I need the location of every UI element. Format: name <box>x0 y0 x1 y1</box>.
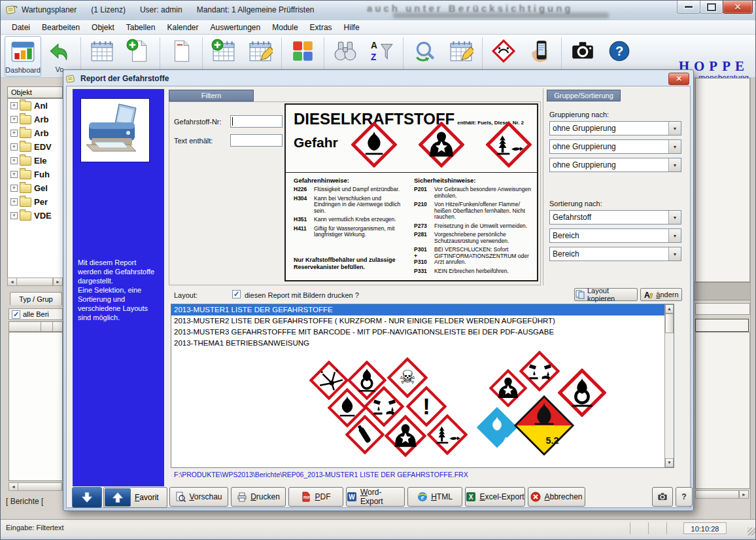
scroll-left-icon[interactable]: ◄ <box>9 483 18 490</box>
menu-item-extras[interactable]: Extras <box>304 21 338 34</box>
tree-item[interactable]: +VDE <box>8 209 63 223</box>
layout-list-item[interactable]: 2013-MUSTER2 LISTE DER GEFAHRSTOFFE ( KU… <box>171 315 674 327</box>
chevron-down-icon[interactable]: ▼ <box>668 247 681 261</box>
layout-change-button[interactable]: A ändern <box>640 288 682 301</box>
safety-statements: Sicherheitshinweise: P201Vor Gebrauch be… <box>414 177 533 277</box>
report-table-body[interactable] <box>9 332 63 481</box>
menu-item-bearbeiten[interactable]: Bearbeiten <box>36 21 86 34</box>
expand-icon[interactable]: + <box>10 157 18 164</box>
tree-item[interactable]: +Per <box>8 195 63 209</box>
scroll-right-icon[interactable]: ► <box>53 278 62 285</box>
chevron-down-icon[interactable]: ▼ <box>668 140 681 153</box>
background-vertical-scrollbar[interactable] <box>750 78 756 519</box>
all-reports-checkbox-row[interactable]: ✓ alle Beri <box>9 308 63 320</box>
expand-icon[interactable]: + <box>10 185 18 192</box>
gefahrstoff-nr-input[interactable] <box>230 115 283 128</box>
background-horizontal-scrollbar[interactable]: ► <box>695 490 749 499</box>
expand-icon[interactable]: + <box>10 212 18 219</box>
dropdown-select[interactable]: ohne Gruppierung▼ <box>549 158 681 172</box>
snapshot-button[interactable] <box>652 487 673 507</box>
folder-icon <box>20 198 31 207</box>
minimize-button[interactable] <box>677 1 700 14</box>
dropdown-select[interactable]: ohne Gruppierung▼ <box>549 121 681 135</box>
background-field <box>695 303 750 315</box>
tree-item[interactable]: +Gel <box>8 181 63 195</box>
dropdown-select[interactable]: Bereich▼ <box>549 228 681 243</box>
expand-icon[interactable]: + <box>10 130 18 137</box>
chevron-down-icon[interactable]: ▼ <box>668 122 681 135</box>
scroll-thumb[interactable] <box>665 314 674 333</box>
window-titlebar[interactable]: Wartungsplaner(1 Lizenz)User: adminManda… <box>1 1 756 21</box>
favorite-button[interactable]: Favorit <box>103 487 167 508</box>
layout-list-item[interactable]: 2013-MUSTER3 GEFAHRSTOFFFE MIT BARCODE -… <box>171 327 674 338</box>
tree-item[interactable]: +Ele <box>8 154 63 168</box>
chevron-down-icon[interactable]: ▼ <box>668 211 681 224</box>
report-horizontal-scrollbar[interactable]: ◄ <box>9 482 63 491</box>
tree-item[interactable]: +Anl <box>8 99 63 113</box>
dropdown-value: Bereich <box>550 247 668 261</box>
dropdown-select[interactable]: Gefahrstoff▼ <box>549 210 681 225</box>
tab-gruppe-sortierung[interactable]: Gruppe/Sortierung <box>547 90 621 101</box>
chevron-down-icon[interactable]: ▼ <box>668 229 681 242</box>
word-export-button[interactable]: W Word-Export <box>346 487 405 507</box>
move-down-button[interactable] <box>72 487 102 508</box>
preview-button[interactable]: Vorschau <box>169 487 228 507</box>
menu-item-kalender[interactable]: Kalender <box>161 21 204 34</box>
scroll-up-icon[interactable]: ▲ <box>665 304 674 314</box>
expand-icon[interactable]: + <box>10 171 18 178</box>
object-tree-header[interactable]: Objekt <box>7 86 63 98</box>
report-table-header[interactable] <box>9 321 63 332</box>
cancel-button[interactable]: Abbrechen <box>528 487 585 507</box>
internet-explorer-icon: e <box>417 492 428 502</box>
expand-icon[interactable]: + <box>10 102 18 109</box>
checkbox-checked-icon[interactable]: ✓ <box>12 310 20 319</box>
chevron-down-icon[interactable]: ▼ <box>668 158 681 171</box>
dropdown-value: ohne Gruppierung <box>550 122 668 135</box>
layout-list-item[interactable]: 2013-MUSTER1 LISTE DER GEFAHRSTOFFE <box>171 304 674 315</box>
scroll-right-icon[interactable]: ► <box>739 491 748 498</box>
tree-item[interactable]: +EDV <box>8 140 63 154</box>
excel-export-button[interactable]: X Excel-Export <box>465 487 525 507</box>
tree-item-label: EDV <box>34 142 52 152</box>
dropdown-value: ohne Gruppierung <box>550 140 668 153</box>
tree-item[interactable]: +Arb <box>8 126 63 140</box>
expand-icon[interactable]: + <box>10 143 18 151</box>
expand-icon[interactable]: + <box>10 116 18 123</box>
pdf-export-button[interactable]: PDF PDF <box>288 487 343 507</box>
environment-pictogram <box>486 122 532 168</box>
tab-filtern[interactable]: Filtern <box>169 90 254 101</box>
report-dialog: Report der Gefahrstoffe ✕ <box>63 69 694 511</box>
dropdown-select[interactable]: Bereich▼ <box>549 247 681 261</box>
resize-grip[interactable] <box>747 528 755 535</box>
tree-horizontal-scrollbar[interactable]: ◄► <box>7 278 63 286</box>
menu-item-datei[interactable]: Datei <box>6 21 36 34</box>
menu-item-objekt[interactable]: Objekt <box>86 21 120 34</box>
menu-item-hilfe[interactable]: Hilfe <box>338 21 366 34</box>
dialog-titlebar[interactable]: Report der Gefahrstoffe <box>66 72 691 85</box>
tab-typ-gruppe[interactable]: Typ / Grup <box>10 292 62 305</box>
tree-item[interactable]: +Fuh <box>8 168 63 181</box>
object-tree[interactable]: +Anl+Arb+Arb+EDV+Ele+Fuh+Gel+Per+VDE <box>7 98 64 279</box>
maximize-button[interactable] <box>700 1 723 14</box>
expand-icon[interactable]: + <box>10 198 18 206</box>
menu-item-tabellen[interactable]: Tabellen <box>120 21 162 34</box>
dialog-help-button[interactable]: ? <box>676 487 693 507</box>
dialog-title: Report der Gefahrstoffe <box>80 74 169 83</box>
menu-item-auswertungen[interactable]: Auswertungen <box>205 21 267 34</box>
layout-copy-button[interactable]: Layout kopieren <box>574 288 638 301</box>
toolbar-dashboard-button[interactable]: Dashboard <box>5 36 41 77</box>
dropdown-select[interactable]: ohne Gruppierung▼ <box>549 139 681 154</box>
background-panel <box>695 332 750 489</box>
camera-icon <box>570 39 595 63</box>
dialog-close-button[interactable]: ✕ <box>668 73 689 85</box>
print-button[interactable]: Drucken <box>231 487 286 507</box>
tree-item[interactable]: +Arb <box>8 113 63 126</box>
text-enthaelt-input[interactable] <box>230 134 283 147</box>
close-button[interactable]: ✕ <box>723 1 753 14</box>
scroll-left-icon[interactable]: ◄ <box>8 278 17 285</box>
print-images-checkbox[interactable]: ✓ <box>232 290 241 298</box>
berichte-tab-label[interactable]: [ Berichte [ <box>6 497 43 506</box>
menu-item-module[interactable]: Module <box>266 21 303 34</box>
gruppierung-label: Gruppierung nach: <box>549 111 609 118</box>
html-export-button[interactable]: e HTML <box>407 487 462 507</box>
